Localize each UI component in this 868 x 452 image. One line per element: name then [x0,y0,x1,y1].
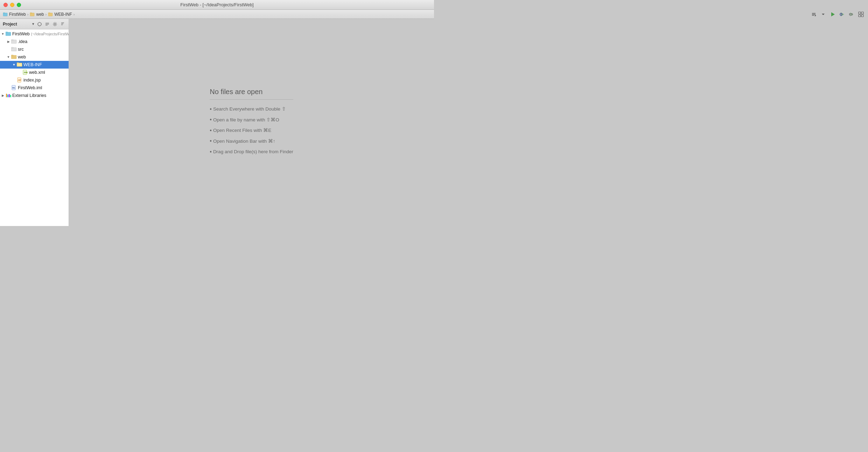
hint-2: Open a file by name with ⇧⌘O [210,114,279,125]
breadcrumb-item-firstweb[interactable]: FirstWeb [3,12,26,17]
no-files-panel: No files are open Search Everywhere with… [210,88,293,157]
src-label: src [18,47,24,52]
project-icon [3,12,8,17]
svg-point-28 [54,23,56,25]
sort-icon [60,22,65,27]
web-arrow[interactable] [6,54,11,60]
locate-icon [37,22,42,27]
bookshelf-icon [6,93,11,98]
breadcrumb-label-firstweb: FirstWeb [9,12,26,17]
hint-5-text: Drag and Drop file(s) here from Finder [213,147,293,156]
idea-arrow[interactable] [6,39,11,44]
tree-item-idea[interactable]: .idea [0,38,69,45]
sidebar: Project ▾ [0,19,69,226]
web-folder-icon [11,54,17,60]
hint-3-text: Open Recent Files with ⌘E [213,126,271,135]
tree-item-indexjsp[interactable]: JSP index.jsp [0,76,69,84]
svg-point-20 [38,22,41,26]
tree-item-webinf[interactable]: WEB-INF [0,61,69,69]
firstweb-arrow[interactable] [0,31,6,37]
settings-btn[interactable] [52,21,58,27]
minimize-button[interactable] [10,3,14,7]
src-folder-svg [11,47,17,52]
folder-icon-webinf [48,12,53,17]
gear-icon [52,22,57,27]
collapse-icon [45,22,50,27]
folder-icon-web [30,12,35,17]
external-lib-icon [6,93,11,98]
svg-rect-37 [11,47,13,48]
svg-rect-33 [6,32,8,33]
iml-file-icon-svg: IML [11,85,17,91]
external-arrow[interactable] [0,93,6,98]
sidebar-header: Project ▾ [0,19,69,29]
locate-file-btn[interactable] [36,21,43,27]
webinf-folder-icon [17,62,22,68]
breadcrumb-label-web: web [36,12,44,17]
iml-file-icon: IML [11,85,17,91]
traffic-lights [4,3,21,7]
breadcrumb-label-webinf: WEB-INF [54,12,72,17]
main-layout: Project ▾ [0,19,434,226]
firstweb-folder-icon [6,31,11,37]
indexjsp-file-icon: JSP [17,77,22,83]
hint-4-text: Open Navigation Bar with ⌘↑ [213,137,275,146]
title-bar: FirstWeb - [~/IdeaProjects/FirstWeb] [0,0,434,10]
webxml-label: web.xml [29,70,45,75]
hint-4: Open Navigation Bar with ⌘↑ [210,136,275,146]
close-button[interactable] [4,3,8,7]
editor-area: No files are open Search Everywhere with… [69,19,434,226]
webinf-arrow[interactable] [11,62,17,68]
svg-rect-49 [6,94,7,97]
idea-folder-icon [11,39,17,44]
svg-text:JSP: JSP [18,79,21,81]
indexjsp-label: index.jsp [23,78,41,83]
tree-item-firstwebiml[interactable]: IML FirstWeb.iml [0,84,69,92]
sidebar-content: FirstWeb (~/IdeaProjects/FirstWeb) .idea [0,29,69,226]
breadcrumb-bar: FirstWeb › web › WEB-INF › [0,10,434,19]
breadcrumb-sep-2: › [45,12,47,16]
breadcrumb-item-webinf[interactable]: WEB-INF [48,12,72,17]
hint-5: Drag and Drop file(s) here from Finder [210,147,293,157]
external-label: External Libraries [12,93,46,98]
svg-text:XML: XML [24,71,28,73]
tree-item-webxml[interactable]: XML web.xml [0,69,69,76]
jsp-file-icon: JSP [17,77,22,83]
tree-item-web[interactable]: web [0,53,69,61]
tree-item-src[interactable]: src [0,45,69,53]
window-title: FirstWeb - [~/IdeaProjects/FirstWeb] [180,2,253,7]
svg-rect-51 [9,94,10,97]
idea-label: .idea [18,39,27,44]
tree-item-firstweb[interactable]: FirstWeb (~/IdeaProjects/FirstWeb) [0,30,69,38]
hint-1: Search Everywhere with Double ⇧ [210,104,286,114]
svg-rect-52 [10,95,11,97]
sidebar-panel-label: Project [3,22,30,27]
svg-rect-39 [11,55,13,56]
webinf-folder-svg [17,62,22,67]
web-label: web [18,55,26,59]
hint-1-text: Search Everywhere with Double ⇧ [213,105,286,114]
breadcrumb-sep-1: › [27,12,29,16]
maximize-button[interactable] [17,3,21,7]
folder-icon-svg [11,39,17,44]
src-folder-icon [11,47,17,52]
hint-3: Open Recent Files with ⌘E [210,125,271,136]
webxml-file-icon: XML [22,70,28,75]
firstwebiml-label: FirstWeb.iml [18,85,42,90]
svg-rect-41 [17,63,19,64]
collapse-all-btn[interactable] [44,21,50,27]
sort-btn[interactable] [59,21,66,27]
tree-item-external[interactable]: External Libraries [0,92,69,99]
breadcrumb-item-web[interactable]: web [30,12,44,17]
project-folder-icon [6,31,11,36]
svg-rect-50 [7,94,8,97]
hint-2-text: Open a file by name with ⇧⌘O [213,115,279,125]
svg-rect-5 [48,13,50,14]
svg-text:IML: IML [12,87,15,89]
xml-file-icon: XML [22,70,28,75]
firstweb-label: FirstWeb (~/IdeaProjects/FirstWeb) [12,31,69,36]
webinf-label: WEB-INF [23,62,42,67]
sidebar-dropdown-icon[interactable]: ▾ [32,22,34,26]
web-folder-svg [11,55,17,59]
breadcrumb-end: › [74,12,75,16]
